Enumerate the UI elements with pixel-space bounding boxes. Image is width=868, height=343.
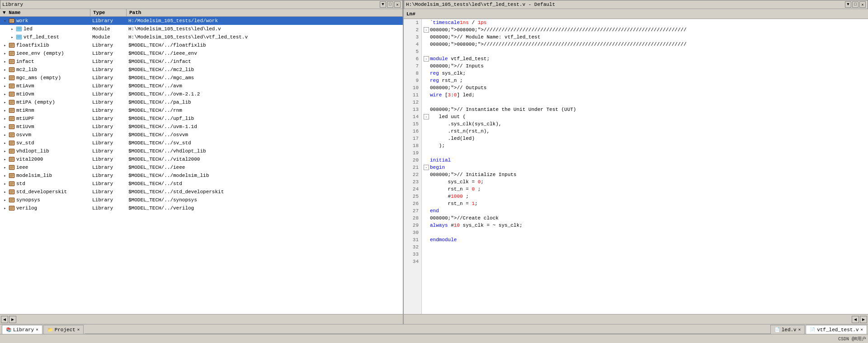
editor-content[interactable]: 1234567891011121314151617181920212223242… <box>404 19 868 314</box>
code-line[interactable]: `timescale 1ns / 1ps <box>424 19 866 26</box>
expander[interactable]: ▸ <box>2 173 8 178</box>
library-row[interactable]: ▸ vital2000 Library $MODEL_TECH/../vital… <box>0 155 403 163</box>
expander[interactable]: ▸ <box>2 108 8 113</box>
collapse-btn[interactable]: - <box>424 27 429 33</box>
library-maximize-btn[interactable]: □ <box>387 1 393 8</box>
code-line[interactable]: rst_n = 1; <box>424 200 866 207</box>
library-row[interactable]: ▸ osvvm Library $MODEL_TECH/../osvvm <box>0 131 403 139</box>
code-line[interactable]: reg rst_n ; <box>424 77 866 84</box>
library-row[interactable]: ▸ mtiUvm Library $MODEL_TECH/../uvm-1.1d <box>0 123 403 131</box>
tab-vtf-led-test-v[interactable]: 📄 vtf_led_test.v ✕ <box>806 325 867 334</box>
tab-vtf-led-test-v-close[interactable]: ✕ <box>861 327 863 332</box>
col-path[interactable]: Path <box>127 9 403 16</box>
tab-project-close[interactable]: ✕ <box>77 327 80 332</box>
library-row[interactable]: ▸ synopsys Library $MODEL_TECH/../synops… <box>0 196 403 204</box>
expander[interactable]: ▸ <box>2 181 8 186</box>
code-line[interactable] <box>424 48 866 55</box>
collapse-btn[interactable]: - <box>424 165 429 170</box>
expander[interactable]: ▸ <box>2 149 8 154</box>
code-line[interactable] <box>424 149 866 157</box>
tab-led-v[interactable]: 📄 led.v ✕ <box>770 325 805 334</box>
code-line[interactable]: initial <box>424 157 866 164</box>
col-name[interactable]: ▼ Name <box>0 9 90 16</box>
library-row[interactable]: ▸ mtiRnm Library $MODEL_TECH/../rnm <box>0 106 403 114</box>
code-line[interactable] <box>424 229 866 236</box>
nav-left[interactable]: ◀ <box>1 316 8 323</box>
expander[interactable]: ▸ <box>2 157 8 162</box>
code-line[interactable]: 008000;">// Instantiate the Unit Under T… <box>424 106 866 113</box>
expander[interactable]: ▸ <box>2 206 8 211</box>
col-type[interactable]: Type <box>90 9 127 16</box>
editor-nav-left[interactable]: ◀ <box>852 316 859 323</box>
tab-library-close[interactable]: ✕ <box>36 327 38 332</box>
library-row[interactable]: ▸ floatfixlib Library $MODEL_TECH/../flo… <box>0 41 403 49</box>
tab-project[interactable]: 📁 Project ✕ <box>43 325 84 334</box>
expander[interactable]: ▸ <box>2 165 8 170</box>
code-line[interactable]: end <box>424 207 866 214</box>
collapse-btn[interactable]: - <box>424 56 429 62</box>
code-line[interactable]: 008000;">//Create clock <box>424 214 866 222</box>
editor-minimize-btn[interactable]: ▼ <box>845 1 851 8</box>
library-row[interactable]: ▸ mc2_lib Library $MODEL_TECH/../mc2_lib <box>0 66 403 74</box>
expander[interactable]: ▸ <box>2 116 8 121</box>
library-row[interactable]: ▸ ieee Library $MODEL_TECH/../ieee <box>0 163 403 172</box>
expander[interactable]: ▸ <box>2 190 8 195</box>
code-line[interactable]: 008000;">008000;">//////////////////////… <box>424 41 866 48</box>
library-row[interactable]: ▸ mtiOvm Library $MODEL_TECH/../ovm-2.1.… <box>0 90 403 98</box>
code-line[interactable]: sys_clk = 0; <box>424 178 866 186</box>
editor-maximize-btn[interactable]: □ <box>852 1 859 8</box>
expander[interactable]: ▸ <box>2 141 8 146</box>
library-row[interactable]: ▸ led Module H:\Modelsim_105_tests\led\l… <box>0 25 403 33</box>
code-line[interactable]: - 008000;">008000;">////////////////////… <box>424 26 866 33</box>
expander[interactable]: ▾ <box>2 19 8 24</box>
library-row[interactable]: ▸ sv_std Library $MODEL_TECH/../sv_std <box>0 139 403 147</box>
library-row[interactable]: ▸ verilog Library $MODEL_TECH/../verilog <box>0 204 403 212</box>
expander[interactable]: ▸ <box>2 92 8 97</box>
code-line[interactable]: .rst_n(rst_n), <box>424 128 866 135</box>
code-line[interactable]: #1000 ; <box>424 193 866 200</box>
library-row[interactable]: ▸ mgc_ams (empty) Library $MODEL_TECH/..… <box>0 74 403 82</box>
code-line[interactable]: 008000;">// Inputs <box>424 62 866 70</box>
expander[interactable]: ▸ <box>2 198 8 203</box>
code-line[interactable]: wire [3:0] led; <box>424 91 866 99</box>
code-line[interactable]: - led uut ( <box>424 113 866 120</box>
code-area[interactable]: `timescale 1ns / 1ps- 008000;">008000;">… <box>422 19 868 314</box>
library-row[interactable]: ▸ vhdlopt_lib Library $MODEL_TECH/../vhd… <box>0 147 403 155</box>
code-line[interactable]: 008000;">// Module Name: vtf_led_test <box>424 33 866 41</box>
code-line[interactable]: ); <box>424 142 866 149</box>
code-line[interactable]: - begin <box>424 164 866 171</box>
library-row[interactable]: ▸ vtf_led_test Module H:\Modelsim_105_te… <box>0 33 403 41</box>
code-line[interactable] <box>424 258 866 265</box>
code-line[interactable]: .led(led) <box>424 135 866 142</box>
library-row[interactable]: ▸ ieee_env (empty) Library $MODEL_TECH/.… <box>0 49 403 57</box>
expander[interactable]: ▸ <box>2 67 8 72</box>
library-row[interactable]: ▸ infact Library $MODEL_TECH/../infact <box>0 57 403 66</box>
library-row[interactable]: ▸ mtiUPF Library $MODEL_TECH/../upf_lib <box>0 114 403 123</box>
library-row[interactable]: ▸ mtiAvm Library $MODEL_TECH/../avm <box>0 82 403 90</box>
expander[interactable]: ▸ <box>2 133 8 138</box>
code-line[interactable]: always #10 sys_clk = ~ sys_clk; <box>424 222 866 229</box>
library-row[interactable]: ▸ modelsim_lib Library $MODEL_TECH/../mo… <box>0 172 403 180</box>
editor-close-btn[interactable]: ✕ <box>859 1 866 8</box>
code-line[interactable] <box>424 99 866 106</box>
code-line[interactable]: -module vtf_led_test; <box>424 55 866 62</box>
code-line[interactable] <box>424 251 866 258</box>
expander[interactable]: ▸ <box>2 124 8 129</box>
code-line[interactable]: rst_n = 0 ; <box>424 186 866 193</box>
library-row[interactable]: ▸ std Library $MODEL_TECH/../std <box>0 180 403 188</box>
code-line[interactable]: reg sys_clk; <box>424 70 866 77</box>
library-row[interactable]: ▾ work Library H:/Modelsim_105_tests/led… <box>0 17 403 25</box>
expander[interactable]: ▸ <box>2 59 8 64</box>
expander[interactable]: ▸ <box>2 43 8 48</box>
expander[interactable]: ▸ <box>2 51 8 56</box>
expander[interactable]: ▸ <box>2 84 8 89</box>
code-line[interactable]: 008000;">// Outputs <box>424 84 866 91</box>
editor-nav-right[interactable]: ▶ <box>860 316 867 323</box>
code-line[interactable]: .sys_clk(sys_clk), <box>424 120 866 128</box>
expander[interactable]: ▸ <box>2 76 8 81</box>
code-line[interactable]: endmodule <box>424 236 866 243</box>
expander[interactable]: ▸ <box>9 35 15 40</box>
collapse-btn[interactable]: - <box>424 114 429 119</box>
expander[interactable]: ▸ <box>2 100 8 105</box>
tab-library[interactable]: 📚 Library ✕ <box>2 325 42 334</box>
